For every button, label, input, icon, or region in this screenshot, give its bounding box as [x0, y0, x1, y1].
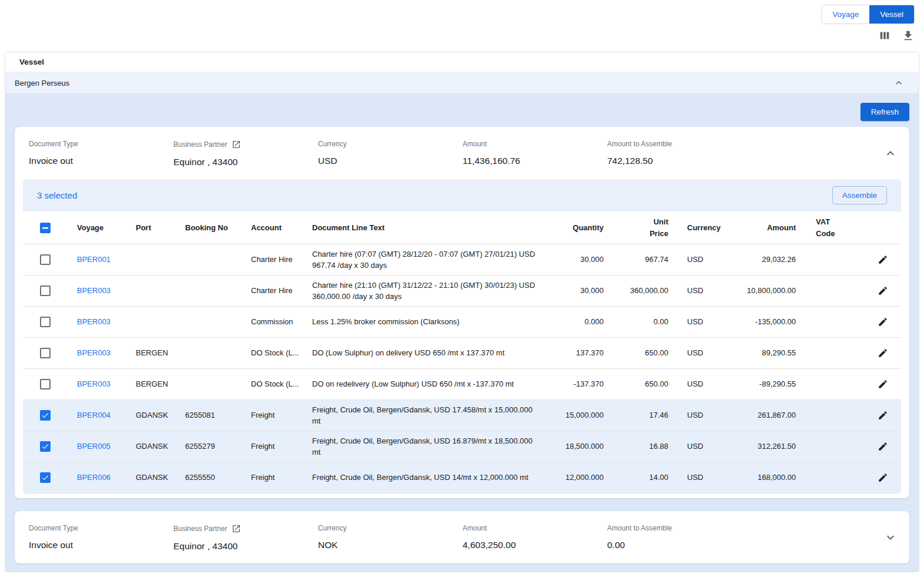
selection-panel: 3 selected Assemble Voyage Port	[23, 179, 901, 493]
voyage-link[interactable]: BPER006	[77, 473, 111, 482]
summary-field: Amount to Assemble 0.00	[607, 524, 752, 552]
summary-field-label: Currency	[318, 140, 347, 148]
amount-cell: 168,000.00	[731, 468, 802, 487]
booking-no-cell	[176, 256, 242, 263]
document-lines-table: Voyage Port Booking No Account Document …	[23, 211, 901, 493]
booking-no-cell: 6255081	[176, 406, 242, 425]
open-in-new-icon[interactable]	[232, 140, 241, 149]
summary-field: Currency USD	[318, 140, 463, 167]
row-checkbox[interactable]	[40, 254, 51, 265]
table-row[interactable]: BPER003 BERGEN DO Stock (L... DO on rede…	[23, 369, 901, 400]
summary-field-value: 4,603,250.00	[463, 540, 607, 550]
summary-field: Amount to Assemble 742,128.50	[607, 140, 752, 167]
vat-code-cell	[802, 350, 852, 357]
vessel-group-row[interactable]: Bergen Perseus	[5, 72, 919, 93]
summary-field-value: Invoice out	[29, 156, 173, 166]
summary-field-label: Amount to Assemble	[607, 140, 672, 148]
vat-code-cell	[802, 256, 852, 263]
vessel-expanded-section: Refresh Document Type Invoice out Busine…	[5, 93, 919, 572]
list-header: Vessel	[5, 52, 919, 72]
table-header-row: Voyage Port Booking No Account Document …	[23, 211, 901, 244]
document-line-text-cell: DO (Low Sulphur) on delivery USD 650 /mt…	[303, 344, 540, 362]
quantity-cell: -137.370	[540, 375, 605, 394]
chevron-down-icon[interactable]	[883, 530, 898, 545]
quantity-cell: 30.000	[540, 250, 605, 269]
col-header-voyage: Voyage	[68, 219, 126, 237]
table-row[interactable]: BPER006 GDANSK 6255550 Freight Freight, …	[23, 462, 901, 493]
vessel-list-card: Vessel Bergen Perseus Refresh Document T…	[5, 52, 919, 572]
quantity-cell: 18,500.000	[540, 437, 605, 456]
table-row[interactable]: BPER005 GDANSK 6255279 Freight Freight, …	[23, 431, 901, 462]
summary-field: Currency NOK	[318, 524, 463, 552]
unit-price-cell: 360,000.00	[605, 281, 669, 300]
document-summary-top: Document Type Invoice out Business Partn…	[15, 127, 909, 179]
voyage-toggle-button[interactable]: Voyage	[822, 5, 869, 23]
voyage-link[interactable]: BPER001	[77, 255, 111, 264]
table-row[interactable]: BPER003 Charter Hire Charter hire (21:10…	[23, 276, 901, 307]
edit-icon[interactable]	[878, 286, 888, 296]
edit-icon[interactable]	[878, 379, 888, 389]
summary-field-value: Equinor , 43400	[173, 157, 318, 167]
amount-cell: 10,800,000.00	[731, 281, 802, 300]
voyage-link[interactable]: BPER003	[77, 317, 111, 326]
summary-field-value: 742,128.50	[607, 156, 752, 166]
voyage-link[interactable]: BPER003	[77, 348, 111, 357]
edit-icon[interactable]	[878, 254, 888, 265]
currency-cell: USD	[669, 437, 731, 456]
unit-price-cell: 16.88	[605, 437, 669, 456]
voyage-link[interactable]: BPER004	[77, 411, 111, 419]
edit-icon[interactable]	[878, 317, 888, 327]
voyage-link[interactable]: BPER003	[77, 380, 111, 388]
col-header-account: Account	[242, 219, 303, 237]
row-checkbox[interactable]	[40, 317, 51, 327]
summary-field-label: Amount	[463, 524, 487, 532]
edit-icon[interactable]	[878, 441, 888, 452]
unit-price-cell: 17.46	[605, 406, 669, 425]
summary-field-label: Amount	[463, 140, 487, 148]
table-row[interactable]: BPER004 GDANSK 6255081 Freight Freight, …	[23, 400, 901, 431]
row-checkbox[interactable]	[40, 286, 51, 296]
account-cell: Charter Hire	[242, 250, 303, 269]
table-row[interactable]: BPER001 Charter Hire Charter hire (07:07…	[23, 244, 901, 276]
account-cell: DO Stock (L...	[242, 375, 303, 394]
table-row[interactable]: BPER003 BERGEN DO Stock (L... DO (Low Su…	[23, 338, 901, 369]
voyage-link[interactable]: BPER003	[77, 286, 111, 295]
row-checkbox[interactable]	[40, 379, 51, 389]
port-cell	[126, 318, 176, 325]
unit-price-cell: 0.00	[605, 313, 669, 331]
selected-count: 3 selected	[37, 190, 77, 200]
vat-code-cell	[802, 381, 852, 388]
row-checkbox[interactable]	[40, 410, 51, 421]
document-line-text-cell: Freight, Crude Oil, Bergen/Gdansk, USD 1…	[303, 432, 540, 462]
open-in-new-icon[interactable]	[232, 524, 241, 533]
booking-no-cell	[176, 318, 242, 325]
vessel-toggle-button[interactable]: Vessel	[869, 5, 914, 23]
refresh-button[interactable]: Refresh	[861, 103, 909, 121]
row-checkbox[interactable]	[40, 472, 51, 483]
account-cell: Charter Hire	[242, 281, 303, 300]
edit-icon[interactable]	[878, 472, 888, 483]
chevron-up-icon[interactable]	[893, 77, 905, 89]
voyage-link[interactable]: BPER005	[77, 442, 111, 451]
chevron-up-icon[interactable]	[883, 146, 898, 160]
select-all-checkbox[interactable]	[40, 223, 51, 233]
row-checkbox[interactable]	[40, 441, 51, 452]
view-columns-icon[interactable]	[878, 29, 891, 42]
booking-no-cell	[176, 381, 242, 388]
port-cell: BERGEN	[126, 375, 176, 394]
amount-cell: 261,867.00	[731, 406, 802, 425]
currency-cell: USD	[669, 344, 731, 362]
booking-no-cell	[176, 350, 242, 357]
edit-icon[interactable]	[878, 410, 888, 421]
amount-cell: -135,000.00	[731, 313, 802, 331]
document-line-text-cell: Charter hire (07:07 (GMT) 28/12/20 - 07:…	[303, 245, 540, 275]
edit-icon[interactable]	[878, 348, 888, 358]
table-row[interactable]: BPER003 Commission Less 1.25% broker com…	[23, 307, 901, 338]
assemble-button[interactable]: Assemble	[832, 186, 887, 204]
currency-cell: USD	[669, 313, 731, 331]
download-icon[interactable]	[902, 29, 915, 42]
summary-field-value: USD	[318, 156, 463, 166]
col-header-vat-code: VAT Code	[802, 213, 843, 243]
unit-price-cell: 14.00	[605, 468, 669, 487]
row-checkbox[interactable]	[40, 348, 51, 358]
